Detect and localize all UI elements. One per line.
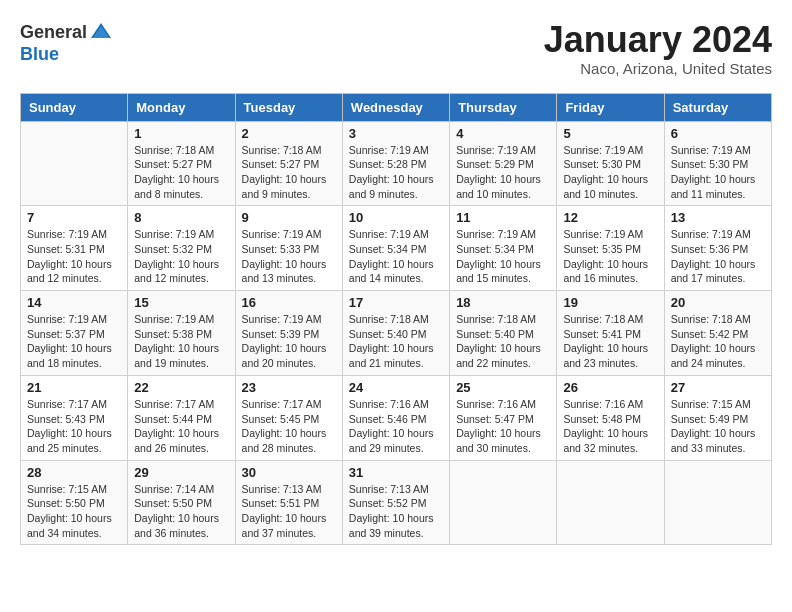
day-number: 9 xyxy=(242,210,336,225)
day-info: Sunrise: 7:14 AMSunset: 5:50 PMDaylight:… xyxy=(134,482,228,541)
day-info: Sunrise: 7:19 AMSunset: 5:34 PMDaylight:… xyxy=(456,227,550,286)
day-number: 20 xyxy=(671,295,765,310)
calendar-cell-w0-d0 xyxy=(21,121,128,206)
calendar: SundayMondayTuesdayWednesdayThursdayFrid… xyxy=(20,93,772,546)
day-info: Sunrise: 7:16 AMSunset: 5:47 PMDaylight:… xyxy=(456,397,550,456)
day-number: 22 xyxy=(134,380,228,395)
day-info: Sunrise: 7:19 AMSunset: 5:31 PMDaylight:… xyxy=(27,227,121,286)
calendar-header-thursday: Thursday xyxy=(450,93,557,121)
calendar-cell-w2-d2: 16Sunrise: 7:19 AMSunset: 5:39 PMDayligh… xyxy=(235,291,342,376)
day-number: 7 xyxy=(27,210,121,225)
calendar-cell-w1-d3: 10Sunrise: 7:19 AMSunset: 5:34 PMDayligh… xyxy=(342,206,449,291)
logo-blue: Blue xyxy=(20,44,59,64)
day-number: 5 xyxy=(563,126,657,141)
day-info: Sunrise: 7:13 AMSunset: 5:51 PMDaylight:… xyxy=(242,482,336,541)
month-title: January 2024 xyxy=(544,20,772,60)
day-number: 16 xyxy=(242,295,336,310)
calendar-cell-w1-d6: 13Sunrise: 7:19 AMSunset: 5:36 PMDayligh… xyxy=(664,206,771,291)
day-info: Sunrise: 7:18 AMSunset: 5:41 PMDaylight:… xyxy=(563,312,657,371)
calendar-header-monday: Monday xyxy=(128,93,235,121)
calendar-cell-w1-d1: 8Sunrise: 7:19 AMSunset: 5:32 PMDaylight… xyxy=(128,206,235,291)
day-info: Sunrise: 7:19 AMSunset: 5:29 PMDaylight:… xyxy=(456,143,550,202)
day-number: 30 xyxy=(242,465,336,480)
day-number: 12 xyxy=(563,210,657,225)
day-number: 17 xyxy=(349,295,443,310)
calendar-cell-w1-d5: 12Sunrise: 7:19 AMSunset: 5:35 PMDayligh… xyxy=(557,206,664,291)
calendar-cell-w2-d4: 18Sunrise: 7:18 AMSunset: 5:40 PMDayligh… xyxy=(450,291,557,376)
day-info: Sunrise: 7:19 AMSunset: 5:35 PMDaylight:… xyxy=(563,227,657,286)
day-number: 6 xyxy=(671,126,765,141)
day-info: Sunrise: 7:13 AMSunset: 5:52 PMDaylight:… xyxy=(349,482,443,541)
calendar-cell-w4-d1: 29Sunrise: 7:14 AMSunset: 5:50 PMDayligh… xyxy=(128,460,235,545)
logo: General Blue xyxy=(20,20,113,65)
calendar-header-wednesday: Wednesday xyxy=(342,93,449,121)
title-block: January 2024 Naco, Arizona, United State… xyxy=(544,20,772,77)
day-info: Sunrise: 7:17 AMSunset: 5:43 PMDaylight:… xyxy=(27,397,121,456)
calendar-header-sunday: Sunday xyxy=(21,93,128,121)
day-info: Sunrise: 7:16 AMSunset: 5:48 PMDaylight:… xyxy=(563,397,657,456)
day-info: Sunrise: 7:19 AMSunset: 5:30 PMDaylight:… xyxy=(563,143,657,202)
calendar-header-tuesday: Tuesday xyxy=(235,93,342,121)
day-info: Sunrise: 7:19 AMSunset: 5:36 PMDaylight:… xyxy=(671,227,765,286)
day-number: 1 xyxy=(134,126,228,141)
day-info: Sunrise: 7:15 AMSunset: 5:50 PMDaylight:… xyxy=(27,482,121,541)
day-info: Sunrise: 7:19 AMSunset: 5:32 PMDaylight:… xyxy=(134,227,228,286)
calendar-cell-w0-d4: 4Sunrise: 7:19 AMSunset: 5:29 PMDaylight… xyxy=(450,121,557,206)
day-info: Sunrise: 7:19 AMSunset: 5:34 PMDaylight:… xyxy=(349,227,443,286)
day-info: Sunrise: 7:17 AMSunset: 5:44 PMDaylight:… xyxy=(134,397,228,456)
calendar-cell-w1-d4: 11Sunrise: 7:19 AMSunset: 5:34 PMDayligh… xyxy=(450,206,557,291)
location: Naco, Arizona, United States xyxy=(544,60,772,77)
day-info: Sunrise: 7:19 AMSunset: 5:37 PMDaylight:… xyxy=(27,312,121,371)
calendar-week-1: 7Sunrise: 7:19 AMSunset: 5:31 PMDaylight… xyxy=(21,206,772,291)
day-number: 23 xyxy=(242,380,336,395)
calendar-cell-w0-d2: 2Sunrise: 7:18 AMSunset: 5:27 PMDaylight… xyxy=(235,121,342,206)
day-number: 28 xyxy=(27,465,121,480)
calendar-cell-w2-d6: 20Sunrise: 7:18 AMSunset: 5:42 PMDayligh… xyxy=(664,291,771,376)
calendar-cell-w4-d4 xyxy=(450,460,557,545)
calendar-week-3: 21Sunrise: 7:17 AMSunset: 5:43 PMDayligh… xyxy=(21,375,772,460)
day-info: Sunrise: 7:19 AMSunset: 5:38 PMDaylight:… xyxy=(134,312,228,371)
day-info: Sunrise: 7:15 AMSunset: 5:49 PMDaylight:… xyxy=(671,397,765,456)
calendar-cell-w4-d5 xyxy=(557,460,664,545)
day-number: 2 xyxy=(242,126,336,141)
day-number: 10 xyxy=(349,210,443,225)
calendar-cell-w3-d3: 24Sunrise: 7:16 AMSunset: 5:46 PMDayligh… xyxy=(342,375,449,460)
calendar-cell-w0-d5: 5Sunrise: 7:19 AMSunset: 5:30 PMDaylight… xyxy=(557,121,664,206)
calendar-cell-w3-d2: 23Sunrise: 7:17 AMSunset: 5:45 PMDayligh… xyxy=(235,375,342,460)
day-number: 11 xyxy=(456,210,550,225)
calendar-header-friday: Friday xyxy=(557,93,664,121)
calendar-cell-w4-d0: 28Sunrise: 7:15 AMSunset: 5:50 PMDayligh… xyxy=(21,460,128,545)
day-info: Sunrise: 7:19 AMSunset: 5:39 PMDaylight:… xyxy=(242,312,336,371)
day-info: Sunrise: 7:18 AMSunset: 5:27 PMDaylight:… xyxy=(134,143,228,202)
day-number: 21 xyxy=(27,380,121,395)
day-info: Sunrise: 7:19 AMSunset: 5:30 PMDaylight:… xyxy=(671,143,765,202)
day-info: Sunrise: 7:18 AMSunset: 5:40 PMDaylight:… xyxy=(349,312,443,371)
day-number: 18 xyxy=(456,295,550,310)
calendar-cell-w3-d5: 26Sunrise: 7:16 AMSunset: 5:48 PMDayligh… xyxy=(557,375,664,460)
calendar-cell-w0-d1: 1Sunrise: 7:18 AMSunset: 5:27 PMDaylight… xyxy=(128,121,235,206)
calendar-header-saturday: Saturday xyxy=(664,93,771,121)
logo-general: General xyxy=(20,22,87,43)
calendar-cell-w3-d4: 25Sunrise: 7:16 AMSunset: 5:47 PMDayligh… xyxy=(450,375,557,460)
day-number: 26 xyxy=(563,380,657,395)
calendar-cell-w0-d6: 6Sunrise: 7:19 AMSunset: 5:30 PMDaylight… xyxy=(664,121,771,206)
day-number: 25 xyxy=(456,380,550,395)
day-number: 24 xyxy=(349,380,443,395)
calendar-cell-w2-d3: 17Sunrise: 7:18 AMSunset: 5:40 PMDayligh… xyxy=(342,291,449,376)
calendar-cell-w0-d3: 3Sunrise: 7:19 AMSunset: 5:28 PMDaylight… xyxy=(342,121,449,206)
calendar-cell-w3-d6: 27Sunrise: 7:15 AMSunset: 5:49 PMDayligh… xyxy=(664,375,771,460)
day-info: Sunrise: 7:17 AMSunset: 5:45 PMDaylight:… xyxy=(242,397,336,456)
calendar-cell-w1-d0: 7Sunrise: 7:19 AMSunset: 5:31 PMDaylight… xyxy=(21,206,128,291)
calendar-cell-w3-d1: 22Sunrise: 7:17 AMSunset: 5:44 PMDayligh… xyxy=(128,375,235,460)
calendar-cell-w1-d2: 9Sunrise: 7:19 AMSunset: 5:33 PMDaylight… xyxy=(235,206,342,291)
day-number: 27 xyxy=(671,380,765,395)
day-number: 19 xyxy=(563,295,657,310)
day-info: Sunrise: 7:19 AMSunset: 5:33 PMDaylight:… xyxy=(242,227,336,286)
day-number: 4 xyxy=(456,126,550,141)
day-number: 15 xyxy=(134,295,228,310)
day-number: 3 xyxy=(349,126,443,141)
calendar-week-4: 28Sunrise: 7:15 AMSunset: 5:50 PMDayligh… xyxy=(21,460,772,545)
day-number: 8 xyxy=(134,210,228,225)
calendar-cell-w2-d5: 19Sunrise: 7:18 AMSunset: 5:41 PMDayligh… xyxy=(557,291,664,376)
logo-icon xyxy=(89,20,113,44)
